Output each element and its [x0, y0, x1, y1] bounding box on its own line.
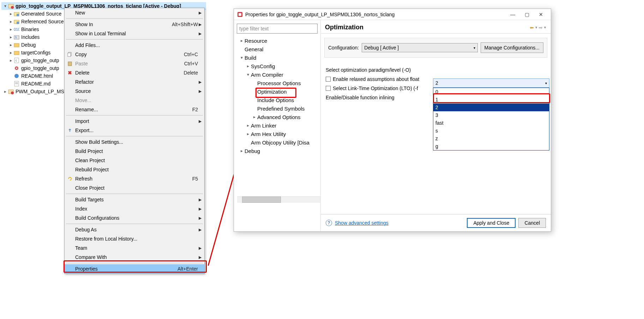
ctx-label: Clean Project: [75, 158, 198, 163]
svg-rect-5: [17, 22, 19, 24]
window-maximize-button[interactable]: ▢: [520, 10, 534, 19]
ctx-label: Show In: [75, 22, 172, 27]
svg-point-14: [16, 67, 17, 69]
nav-arm-objcopy-utility-disa[interactable]: Arm Objcopy Utility [Disa: [234, 138, 320, 147]
cancel-button[interactable]: Cancel: [518, 218, 546, 228]
nav-sysconfig[interactable]: ▸SysConfig: [234, 62, 320, 70]
nav-back-icon[interactable]: ⬅: [530, 25, 534, 30]
filter-input[interactable]: type filter text: [237, 24, 318, 34]
ctx-debug-as[interactable]: Debug As▶: [65, 225, 204, 234]
ctx-close-project[interactable]: Close Project: [65, 183, 204, 193]
ctx-show-in[interactable]: Show InAlt+Shift+W▶: [65, 20, 204, 29]
apply-close-button[interactable]: Apply and Close: [467, 218, 516, 228]
ctx-source[interactable]: Source▶: [65, 87, 204, 96]
nav-arm-linker[interactable]: ▸Arm Linker: [234, 121, 320, 130]
ctx-label: Build Configurations: [75, 215, 198, 221]
ctx-show-build-settings-[interactable]: Show Build Settings...: [65, 137, 204, 147]
ctx-label: Import: [75, 118, 198, 124]
nav-advanced-options[interactable]: ▸Advanced Options: [234, 113, 320, 121]
manage-configurations-button[interactable]: Manage Configurations...: [481, 42, 543, 53]
ctx-refactor[interactable]: Refactor▶: [65, 77, 204, 87]
window-close-button[interactable]: ✕: [534, 10, 548, 19]
ctx-restore-from-local-history-[interactable]: Restore from Local History...: [65, 234, 204, 243]
ctx-label: Paste: [75, 61, 184, 66]
dropdown-option-s[interactable]: s: [433, 127, 549, 135]
ctx-index[interactable]: Index▶: [65, 204, 204, 213]
dropdown-option-z[interactable]: z: [433, 135, 549, 142]
gear-icon: [13, 65, 20, 71]
ctx-shortcut: Alt+Shift+W: [172, 22, 198, 27]
ctx-label: Rename...: [75, 107, 192, 112]
ctx-properties[interactable]: PropertiesAlt+Enter: [65, 264, 204, 273]
chevron-right-icon: ▶: [198, 197, 201, 202]
ctx-label: Source: [75, 88, 198, 94]
dropdown-icon[interactable]: ▼: [543, 26, 547, 29]
nav-label: Resource: [245, 38, 267, 44]
ctx-refresh[interactable]: RefreshF5: [65, 174, 204, 183]
ctx-add-files-[interactable]: Add Files...: [65, 41, 204, 50]
separator: [66, 194, 203, 194]
ctx-shortcut: F2: [192, 107, 198, 112]
dropdown-option-3[interactable]: 3: [433, 111, 549, 119]
ctx-compare-with[interactable]: Compare With▶: [65, 253, 204, 262]
chevron-down-icon: ▾: [474, 46, 475, 50]
dropdown-option-2[interactable]: 2: [433, 104, 549, 111]
ctx-new[interactable]: New▶: [65, 8, 204, 17]
svg-rect-27: [239, 13, 241, 16]
nav-resource[interactable]: ▸Resource: [234, 36, 320, 45]
nav-arm-hex-utility[interactable]: ▸Arm Hex Utility: [234, 130, 320, 138]
ctx-team[interactable]: Team▶: [65, 243, 204, 253]
chevron-right-icon: ▸: [239, 148, 245, 153]
nav-general[interactable]: General: [234, 45, 320, 53]
ctx-clean-project[interactable]: Clean Project: [65, 156, 204, 165]
help-icon[interactable]: ?: [326, 220, 332, 226]
ctx-delete[interactable]: ✖DeleteDelete: [65, 68, 204, 77]
ctx-label: Team: [75, 245, 198, 251]
nav-optimization[interactable]: Optimization: [234, 87, 320, 96]
dropdown-option-g[interactable]: g: [433, 142, 549, 150]
filter-placeholder: type filter text: [239, 26, 269, 31]
chevron-right-icon: ▸: [8, 35, 13, 40]
nav-forward-icon[interactable]: ➡: [538, 25, 543, 30]
chevron-right-icon: ▸: [8, 27, 13, 32]
folder-gen-icon: [13, 11, 20, 17]
ctx-label: Build Project: [75, 148, 198, 154]
dropdown-option-1[interactable]: 1: [433, 96, 549, 104]
lto-checkbox[interactable]: [326, 86, 331, 91]
ctx-label: Show in Local Terminal: [75, 31, 198, 36]
ctx-rebuild-project[interactable]: Rebuild Project: [65, 165, 204, 174]
nav-debug[interactable]: ▸Debug: [234, 147, 320, 155]
tree-label: README.html: [21, 73, 53, 79]
ctx-copy[interactable]: CopyCtrl+C: [65, 50, 204, 59]
nav-arm-compiler[interactable]: ▾Arm Compiler: [234, 70, 320, 79]
ctx-build-targets[interactable]: Build Targets▶: [65, 195, 204, 204]
ctx-rename-[interactable]: Rename...F2: [65, 105, 204, 114]
nav-build[interactable]: ▾Build: [234, 53, 320, 62]
ctx-show-in-local-terminal[interactable]: Show in Local Terminal▶: [65, 29, 204, 38]
separator: [66, 115, 203, 116]
tree-label: gpio_toggle_outp: [21, 58, 59, 63]
nav-include-options[interactable]: Include Options: [234, 96, 320, 104]
ctx-build-configurations[interactable]: Build Configurations▶: [65, 213, 204, 223]
ctx-import[interactable]: Import▶: [65, 117, 204, 126]
ctx-label: Export...: [75, 128, 198, 133]
page-header: Optimization: [325, 24, 530, 31]
nav-processor-options[interactable]: Processor Options: [234, 79, 320, 87]
dropdown-option-fast[interactable]: fast: [433, 119, 549, 127]
nav-label: General: [245, 46, 263, 52]
folder-icon: [13, 49, 20, 56]
dropdown-icon[interactable]: ▼: [535, 26, 538, 29]
ctx-build-project[interactable]: Build Project: [65, 147, 204, 156]
config-select[interactable]: Debug [ Active ] ▾: [362, 43, 477, 52]
opt-level-select[interactable]: 2 ▾: [433, 78, 549, 88]
chevron-right-icon: ▶: [198, 207, 201, 211]
window-minimize-button[interactable]: —: [506, 10, 520, 19]
chevron-right-icon: ▶: [198, 255, 201, 260]
relaxed-float-checkbox[interactable]: [326, 77, 331, 82]
nav-scrollbar-thumb[interactable]: [242, 196, 281, 203]
show-advanced-link[interactable]: Show advanced settings: [335, 220, 389, 226]
ctx-export-[interactable]: Export...: [65, 126, 204, 135]
dropdown-option-0[interactable]: 0: [433, 88, 549, 96]
ctx-label: Compare With: [75, 254, 198, 260]
nav-predefined-symbols[interactable]: Predefined Symbols: [234, 104, 320, 113]
